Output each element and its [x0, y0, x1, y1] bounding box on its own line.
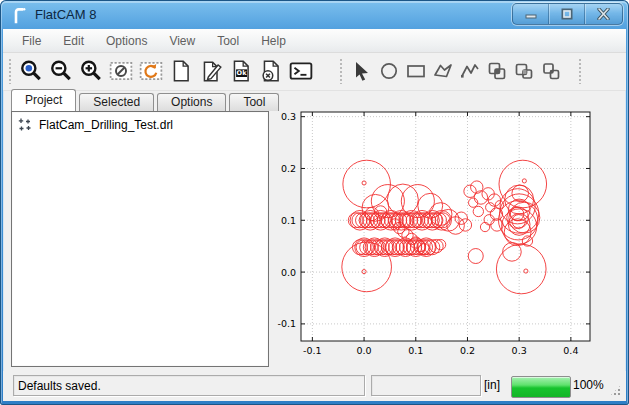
menu-file[interactable]: File [11, 30, 52, 52]
clear-plot-icon [109, 59, 133, 83]
menu-edit[interactable]: Edit [52, 30, 95, 52]
intersection-icon [513, 60, 535, 82]
toolbar-group-main: Ok [16, 55, 316, 87]
window-title: FlatCAM 8 [35, 7, 96, 22]
minimize-icon [525, 8, 537, 20]
toolbar-group-draw [348, 55, 564, 87]
cancel-file-icon [259, 59, 283, 83]
shell-icon [289, 59, 313, 83]
zoom-in-button[interactable] [76, 55, 106, 87]
svg-text:0.2: 0.2 [460, 345, 475, 356]
replot-icon [139, 59, 163, 83]
svg-text:Ok: Ok [237, 69, 248, 77]
subtract-icon [540, 60, 562, 82]
polygon-subtract-button[interactable] [537, 55, 564, 87]
add-path-button[interactable] [456, 55, 483, 87]
title-bar[interactable]: FlatCAM 8 [0, 0, 629, 29]
svg-text:0.1: 0.1 [408, 345, 423, 356]
units-label: [in] [484, 375, 500, 396]
tab-selected[interactable]: Selected [79, 93, 154, 111]
maximize-button[interactable] [548, 4, 584, 24]
edit-geometry-button[interactable] [196, 55, 226, 87]
menu-bar: File Edit Options View Tool Help [3, 29, 626, 53]
status-message-panel: Defaults saved. [13, 375, 365, 396]
svg-text:0.0: 0.0 [357, 345, 372, 356]
status-message: Defaults saved. [18, 379, 101, 393]
tab-bar: Project Selected Options Tool [11, 90, 282, 111]
svg-text:0.1: 0.1 [281, 215, 296, 226]
window-controls [512, 3, 623, 25]
polygon-intersection-button[interactable] [510, 55, 537, 87]
maximize-icon [561, 8, 573, 20]
update-geometry-button[interactable]: Ok [226, 55, 256, 87]
zoom-fit-icon [19, 59, 43, 83]
add-circle-button[interactable] [375, 55, 402, 87]
menu-help[interactable]: Help [250, 30, 297, 52]
tree-item-label: FlatCam_Drilling_Test.drl [39, 118, 173, 132]
status-bar: Defaults saved. [in] 100% [3, 371, 626, 401]
select-shape-button[interactable] [348, 55, 375, 87]
tab-project[interactable]: Project [11, 89, 76, 111]
zoom-fit-button[interactable] [16, 55, 46, 87]
new-file-icon [169, 59, 193, 83]
resize-grip-icon[interactable] [609, 384, 622, 397]
progress-bar [511, 376, 571, 398]
progress-percent-label: 100% [573, 375, 604, 396]
union-icon [486, 60, 508, 82]
svg-text:-0.1: -0.1 [303, 345, 322, 356]
tab-options[interactable]: Options [157, 93, 226, 111]
polygon-icon [432, 60, 454, 82]
plot-canvas[interactable]: -0.10.00.10.20.30.4-0.10.00.10.20.3 [268, 92, 624, 364]
menu-tool[interactable]: Tool [206, 30, 250, 52]
zoom-in-icon [79, 59, 103, 83]
svg-text:-0.1: -0.1 [277, 318, 296, 329]
svg-text:0.3: 0.3 [281, 111, 296, 122]
zoom-out-button[interactable] [46, 55, 76, 87]
ok-file-icon: Ok [229, 59, 253, 83]
minimize-button[interactable] [513, 4, 548, 24]
client-area: File Edit Options View Tool Help [3, 29, 626, 401]
shell-button[interactable] [286, 55, 316, 87]
path-icon [459, 60, 481, 82]
new-geometry-button[interactable] [166, 55, 196, 87]
add-polygon-button[interactable] [429, 55, 456, 87]
toolbar-drag-handle-2[interactable] [339, 59, 342, 84]
close-button[interactable] [584, 4, 622, 24]
toolbar-drag-handle[interactable] [8, 59, 11, 84]
clear-plot-button[interactable] [106, 55, 136, 87]
circle-icon [378, 60, 400, 82]
drill-plot: -0.10.00.10.20.30.4-0.10.00.10.20.3 [268, 92, 624, 364]
app-window: FlatCAM 8 File [0, 0, 629, 405]
svg-text:0.3: 0.3 [512, 345, 527, 356]
cancel-edit-button[interactable] [256, 55, 286, 87]
svg-text:0.4: 0.4 [563, 345, 578, 356]
menu-options[interactable]: Options [95, 30, 158, 52]
add-rectangle-button[interactable] [402, 55, 429, 87]
rectangle-icon [405, 60, 427, 82]
zoom-out-icon [49, 59, 73, 83]
tree-item-drill-file[interactable]: FlatCam_Drilling_Test.drl [12, 112, 268, 133]
flatcam-logo-icon [11, 6, 29, 24]
toolbar-drag-handle-3[interactable] [578, 59, 581, 84]
select-cursor-icon [351, 60, 373, 82]
svg-text:0.2: 0.2 [281, 163, 296, 174]
drill-icon [17, 117, 33, 133]
project-tree: FlatCam_Drilling_Test.drl [11, 111, 269, 367]
menu-view[interactable]: View [158, 30, 206, 52]
replot-button[interactable] [136, 55, 166, 87]
status-secondary-panel [371, 375, 481, 396]
polygon-union-button[interactable] [483, 55, 510, 87]
edit-file-icon [199, 59, 223, 83]
svg-text:0.0: 0.0 [281, 267, 296, 278]
toolbar: Ok [3, 53, 626, 91]
close-icon [597, 8, 610, 20]
